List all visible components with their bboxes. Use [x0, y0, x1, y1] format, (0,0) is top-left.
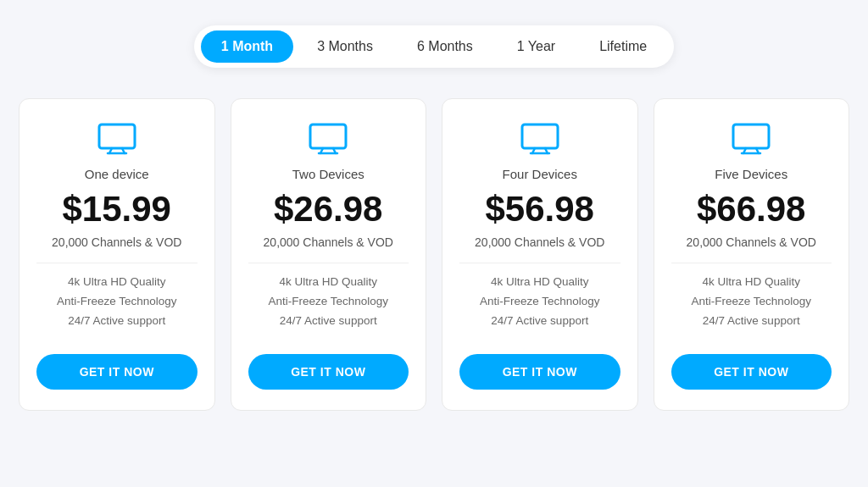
svg-rect-0	[99, 125, 135, 148]
features-list: 4k Ultra HD QualityAnti-Freeze Technolog…	[268, 275, 388, 334]
channels-label: 20,000 Channels & VOD	[475, 235, 604, 249]
device-label: Two Devices	[292, 167, 364, 181]
divider	[36, 263, 198, 263]
device-label: One device	[85, 167, 149, 181]
divider	[671, 263, 832, 263]
period-btn-lifetime[interactable]: Lifetime	[579, 30, 667, 63]
pricing-cards: One device$15.9920,000 Channels & VOD4k …	[19, 98, 849, 411]
device-label: Five Devices	[715, 167, 787, 181]
period-btn-1-year[interactable]: 1 Year	[497, 30, 576, 63]
feature-item: Anti-Freeze Technology	[480, 295, 600, 307]
features-list: 4k Ultra HD QualityAnti-Freeze Technolog…	[691, 275, 811, 334]
pricing-card-1: One device$15.9920,000 Channels & VOD4k …	[19, 98, 215, 411]
monitor-icon	[731, 123, 771, 158]
feature-item: 4k Ultra HD Quality	[691, 275, 811, 288]
device-label: Four Devices	[503, 167, 577, 181]
monitor-icon	[520, 123, 560, 158]
period-btn-3-months[interactable]: 3 Months	[297, 30, 393, 63]
feature-item: 24/7 Active support	[57, 314, 177, 327]
period-btn-1-month[interactable]: 1 Month	[201, 30, 293, 63]
price: $56.98	[486, 191, 594, 227]
feature-item: 24/7 Active support	[691, 314, 811, 327]
feature-item: Anti-Freeze Technology	[691, 295, 811, 307]
feature-item: 24/7 Active support	[268, 314, 388, 327]
price: $66.98	[697, 191, 805, 227]
price: $15.99	[63, 191, 171, 227]
feature-item: 4k Ultra HD Quality	[480, 275, 600, 288]
channels-label: 20,000 Channels & VOD	[52, 235, 181, 249]
channels-label: 20,000 Channels & VOD	[264, 235, 393, 249]
monitor-icon	[97, 123, 137, 158]
features-list: 4k Ultra HD QualityAnti-Freeze Technolog…	[480, 275, 600, 334]
feature-item: Anti-Freeze Technology	[268, 295, 388, 307]
feature-item: 4k Ultra HD Quality	[57, 275, 177, 288]
get-it-now-button[interactable]: GET IT NOW	[36, 354, 198, 390]
pricing-card-2: Two Devices$26.9820,000 Channels & VOD4k…	[231, 98, 427, 411]
channels-label: 20,000 Channels & VOD	[687, 235, 816, 249]
period-selector: 1 Month3 Months6 Months1 YearLifetime	[194, 25, 674, 68]
svg-rect-4	[310, 125, 346, 148]
divider	[459, 263, 620, 263]
price: $26.98	[274, 191, 382, 227]
svg-rect-12	[733, 125, 769, 148]
divider	[248, 263, 409, 263]
feature-item: 4k Ultra HD Quality	[268, 275, 388, 288]
feature-item: Anti-Freeze Technology	[57, 295, 177, 307]
feature-item: 24/7 Active support	[480, 314, 600, 327]
pricing-card-3: Four Devices$56.9820,000 Channels & VOD4…	[442, 98, 638, 411]
features-list: 4k Ultra HD QualityAnti-Freeze Technolog…	[57, 275, 177, 334]
get-it-now-button[interactable]: GET IT NOW	[459, 354, 620, 390]
period-btn-6-months[interactable]: 6 Months	[397, 30, 493, 63]
pricing-card-4: Five Devices$66.9820,000 Channels & VOD4…	[654, 98, 850, 411]
get-it-now-button[interactable]: GET IT NOW	[671, 354, 832, 390]
svg-rect-8	[522, 125, 558, 148]
get-it-now-button[interactable]: GET IT NOW	[248, 354, 409, 390]
monitor-icon	[308, 123, 348, 158]
